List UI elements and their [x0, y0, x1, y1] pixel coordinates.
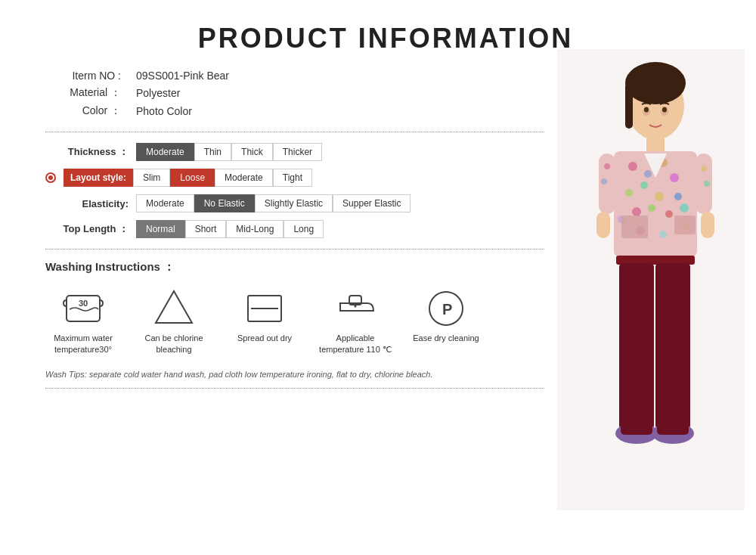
color-row: Color ： Photo Color: [45, 104, 559, 118]
layout-style-indicator: [45, 172, 59, 183]
top-length-options: Normal Short Mid-Long Long: [136, 220, 324, 238]
elasticity-options: Moderate No Elastic Slightly Elastic Sup…: [136, 194, 411, 212]
svg-point-10: [670, 173, 679, 182]
material-row: Material ： Polyester: [45, 86, 559, 100]
svg-point-51: [355, 305, 357, 307]
svg-text:P: P: [442, 301, 452, 318]
svg-point-11: [625, 189, 633, 197]
wash-label-dry-clean: Ease dry cleaning: [413, 333, 479, 344]
divider-bottom: [45, 388, 544, 389]
iron-icon: [335, 287, 376, 328]
wash-label-spread-dry: Spread out dry: [237, 333, 292, 344]
layout-style-row: Layout style: Slim Loose Moderate Tight: [45, 169, 559, 187]
length-mid-long[interactable]: Mid-Long: [226, 220, 284, 238]
svg-rect-35: [655, 263, 690, 429]
layout-loose[interactable]: Loose: [170, 169, 215, 187]
svg-point-14: [632, 207, 641, 216]
svg-rect-34: [619, 263, 654, 429]
svg-point-26: [604, 163, 610, 169]
length-normal[interactable]: Normal: [136, 220, 185, 238]
svg-point-6: [628, 162, 637, 171]
svg-rect-23: [621, 215, 648, 238]
thickness-label: Thickness ：: [45, 145, 129, 159]
washing-section: Washing Instructions ： 30: [45, 260, 559, 380]
thickness-row: Thickness ： Moderate Thin Thick Thicker: [45, 143, 559, 161]
washing-title: Washing Instructions ：: [45, 260, 559, 274]
iterm-no-label: Iterm NO :: [45, 70, 121, 82]
svg-point-2: [625, 62, 686, 104]
wash-label-tub: Maximum water temperature30°: [45, 333, 121, 356]
page-container: PRODUCT INFORMATION: [0, 0, 756, 555]
spread-dry-icon: [244, 287, 286, 328]
svg-point-13: [674, 193, 682, 200]
thickness-moderate[interactable]: Moderate: [136, 143, 194, 161]
svg-point-30: [704, 181, 710, 187]
svg-rect-25: [599, 153, 615, 214]
wash-item-spread-dry: Spread out dry: [227, 287, 302, 344]
svg-marker-46: [156, 291, 192, 323]
iterm-no-row: Iterm NO : 09SS001-Pink Bear: [45, 70, 559, 82]
layout-options: Slim Loose Moderate Tight: [133, 169, 312, 187]
wash-label-bleach: Can be chlorine bleaching: [136, 333, 212, 356]
elasticity-moderate[interactable]: Moderate: [136, 194, 194, 212]
top-length-row: Top Length ： Normal Short Mid-Long Long: [45, 220, 559, 238]
divider-1: [45, 132, 544, 132]
wash-item-bleach: Can be chlorine bleaching: [136, 287, 212, 356]
wash-item-dry-clean: P Ease dry cleaning: [408, 287, 484, 344]
divider-2: [45, 249, 544, 250]
length-short[interactable]: Short: [185, 220, 227, 238]
dry-clean-icon: P: [426, 287, 467, 328]
length-long[interactable]: Long: [284, 220, 324, 238]
washing-icons: 30 Maximum water temperature30°: [45, 287, 559, 356]
model-image: [557, 49, 745, 510]
thickness-thick[interactable]: Thick: [231, 143, 273, 161]
svg-point-12: [655, 192, 664, 201]
svg-rect-38: [621, 420, 652, 435]
svg-point-42: [644, 107, 649, 113]
thickness-options: Moderate Thin Thick Thicker: [136, 143, 322, 161]
wash-item-iron: Applicable temperature 110 ℃: [318, 287, 393, 356]
material-value: Polyester: [136, 87, 180, 99]
svg-point-17: [680, 203, 689, 212]
elasticity-label: Elasticity:: [45, 198, 129, 209]
svg-point-27: [601, 178, 607, 184]
thickness-thicker[interactable]: Thicker: [273, 143, 322, 161]
wash-tub-icon: 30: [63, 287, 104, 328]
svg-point-16: [665, 210, 673, 218]
material-label: Material ：: [45, 86, 121, 100]
svg-point-43: [662, 107, 667, 113]
iterm-no-value: 09SS001-Pink Bear: [136, 70, 229, 82]
svg-rect-39: [657, 420, 689, 435]
elasticity-slightly[interactable]: Slightly Elastic: [255, 194, 333, 212]
svg-text:30: 30: [79, 299, 88, 308]
product-info: Iterm NO : 09SS001-Pink Bear Material ： …: [45, 70, 559, 118]
svg-point-9: [640, 181, 648, 189]
layout-tight[interactable]: Tight: [273, 169, 312, 187]
layout-moderate[interactable]: Moderate: [215, 169, 273, 187]
svg-rect-32: [701, 212, 714, 238]
wash-label-iron: Applicable temperature 110 ℃: [318, 333, 393, 356]
wash-item-tub: 30 Maximum water temperature30°: [45, 287, 121, 356]
specs-section: Thickness ： Moderate Thin Thick Thicker …: [45, 143, 559, 238]
elasticity-supper[interactable]: Supper Elastic: [333, 194, 411, 212]
svg-point-15: [648, 204, 655, 212]
layout-radio: [45, 172, 56, 183]
elasticity-no[interactable]: No Elastic: [194, 194, 255, 212]
color-label: Color ：: [45, 104, 121, 118]
thickness-thin[interactable]: Thin: [194, 143, 231, 161]
svg-point-7: [644, 170, 652, 178]
svg-rect-24: [674, 215, 696, 234]
top-length-label: Top Length ：: [45, 222, 129, 236]
elasticity-row: Elasticity: Moderate No Elastic Slightly…: [45, 194, 559, 212]
triangle-icon: [153, 287, 195, 328]
svg-rect-3: [625, 83, 633, 129]
svg-rect-31: [596, 212, 610, 238]
layout-slim[interactable]: Slim: [133, 169, 170, 187]
svg-point-29: [701, 166, 707, 172]
wash-tips: Wash Tips: separate cold water hand wash…: [45, 368, 559, 381]
svg-point-21: [659, 231, 667, 238]
layout-style-label: Layout style:: [64, 169, 133, 187]
color-value: Photo Color: [136, 105, 192, 117]
left-content: Iterm NO : 09SS001-Pink Bear Material ： …: [45, 70, 559, 389]
